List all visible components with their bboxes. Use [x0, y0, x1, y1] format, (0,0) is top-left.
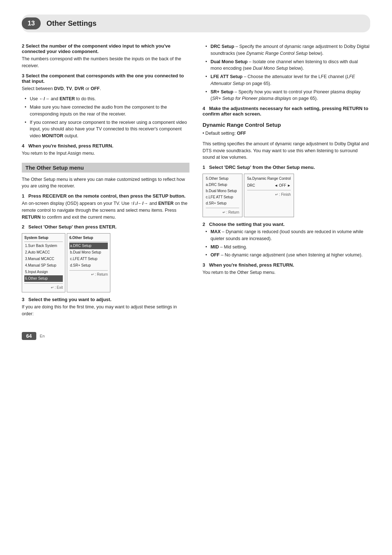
- step3-heading: 3 Select the component that corresponds …: [22, 73, 189, 84]
- bullet-sr-plus: SR+ Setup – Specify how you want to cont…: [205, 89, 370, 102]
- screen-item: 3.Manual MCACC: [24, 256, 63, 262]
- drc-screen-right-footer: ↵ : Finish: [247, 190, 291, 198]
- drc-step3-heading: 3 When you're finished, press RETURN.: [203, 262, 370, 268]
- drc-screen-right-title: 5a.Dynamic Range Control: [247, 175, 291, 182]
- drc-screen-item: d.SR+ Setup: [206, 200, 239, 206]
- screen-item-highlighted: a.DRC Setup: [69, 243, 108, 249]
- bullet-drc: DRC Setup – Specify the amount of dynami…: [205, 43, 370, 57]
- step4-text: You return to the Input Assign menu.: [22, 150, 189, 157]
- drc-step2-heading: 2 Choose the setting that you want.: [203, 222, 370, 227]
- chapter-header: 13 Other Settings: [22, 15, 370, 32]
- screen-right-title: 6.Other Setup: [69, 235, 108, 242]
- section-heading: The Other Setup menu: [22, 163, 189, 173]
- step4-right-heading: 4 Make the adjustments necessary for eac…: [203, 106, 370, 117]
- screen-left: System Setup 1.Surr Back System 2.Auto M…: [22, 233, 65, 292]
- drc-screen-item: b.Dual Mono Setup: [206, 188, 239, 194]
- drc-section-heading: Dynamic Range Control Setup: [203, 122, 370, 128]
- drc-screen-right: 5a.Dynamic Range Control DRC ◄ OFF ► ↵ :…: [244, 174, 294, 217]
- drc-screen-left-footer: ↵ : Return: [206, 208, 239, 215]
- step2-heading: 2 Select the number of the component vid…: [22, 43, 189, 54]
- step2b-heading: 2 Select 'Other Setup' then press ENTER.: [22, 224, 189, 230]
- bullet-item: Make sure you have connected the audio f…: [25, 104, 189, 118]
- main-content: 2 Select the number of the component vid…: [22, 43, 370, 321]
- page-lang: En: [40, 334, 45, 338]
- step4-heading: 4 When you're finished, press RETURN.: [22, 143, 189, 149]
- drc-step2-bullets: MAX – Dynamic range is reduced (loud sou…: [203, 228, 370, 259]
- chapter-title: Other Settings: [46, 19, 97, 28]
- drc-control-row: DRC ◄ OFF ►: [247, 182, 291, 189]
- step3-bullets: Use ←/→ and ENTER to do this. Make sure …: [22, 96, 189, 139]
- screen-left-title: System Setup: [24, 235, 63, 242]
- right-column: DRC Setup – Specify the amount of dynami…: [203, 43, 370, 321]
- screen-item: 2.Auto MCACC: [24, 249, 63, 256]
- screen-item: 1.Surr Back System: [24, 243, 63, 249]
- drc-value: ◄ OFF ►: [274, 182, 291, 189]
- screen-item: 4.Manual SP Setup: [24, 262, 63, 269]
- bullet-off: OFF – No dynamic range adjustment (use w…: [205, 252, 370, 259]
- screen-left-footer: ↵ : Exit: [24, 283, 63, 291]
- step2-text: The numbers correspond with the numbers …: [22, 56, 189, 69]
- bullet-dual-mono: Dual Mono Setup – Isolate one channel wh…: [205, 58, 370, 72]
- drc-screen-left: 5.Other Setup a.DRC Setup b.Dual Mono Se…: [203, 174, 242, 217]
- bullet-item: Use ←/→ and ENTER to do this.: [25, 96, 189, 102]
- page-footer: 64 En: [22, 332, 370, 340]
- drc-screen-item: c.LFE ATT Setup: [206, 194, 239, 200]
- step3b-heading: 3 Select the setting you want to adjust.: [22, 297, 189, 302]
- drc-step3-text: You return to the Other Setup menu.: [203, 269, 370, 276]
- screen-item: b.Dual Mono Setup: [69, 249, 108, 256]
- screen-right: 6.Other Setup a.DRC Setup b.Dual Mono Se…: [67, 233, 110, 292]
- screen-item: 5.Input Assign: [24, 269, 63, 275]
- step1-heading: 1 Press RECEIVER on the remote control, …: [22, 193, 189, 199]
- screen-item-highlighted: 6.Other Setup: [24, 275, 63, 282]
- drc-default: • Default setting: OFF: [203, 130, 370, 137]
- drc-screen-mockup: 5.Other Setup a.DRC Setup b.Dual Mono Se…: [203, 174, 370, 217]
- screen-item: d.SR+ Setup: [69, 262, 108, 269]
- right-bullets: DRC Setup – Specify the amount of dynami…: [203, 43, 370, 102]
- bullet-item: If you connect any source component to t…: [25, 119, 189, 139]
- bullet-max: MAX – Dynamic range is reduced (loud sou…: [205, 228, 370, 242]
- step3-subtext: Select between DVD, TV, DVR or OFF.: [22, 85, 189, 92]
- left-column: 2 Select the number of the component vid…: [22, 43, 189, 321]
- screen-right-footer: ↵ : Return: [69, 270, 108, 278]
- page-number: 64: [22, 332, 36, 340]
- drc-screen-item-highlighted: a.DRC Setup: [206, 182, 239, 188]
- step3b-text: If you are doing this for the first time…: [22, 304, 189, 317]
- chapter-number: 13: [22, 17, 41, 29]
- bullet-mid: MID – Mid setting.: [205, 244, 370, 251]
- drc-screen-left-title: 5.Other Setup: [206, 175, 239, 182]
- step1-text: An on-screen display (OSD) appears on yo…: [22, 200, 189, 220]
- screen-item: c.LFE ATT Setup: [69, 256, 108, 262]
- bullet-lfe-att: LFE ATT Setup – Choose the attenuator le…: [205, 73, 370, 87]
- drc-label: DRC: [247, 182, 255, 189]
- drc-step1-heading: 1 Select 'DRC Setup' from the Other Setu…: [203, 165, 370, 170]
- screen-mockup: System Setup 1.Surr Back System 2.Auto M…: [22, 233, 189, 292]
- drc-intro: This setting specifies the amount of dyn…: [203, 141, 370, 161]
- section-intro: The Other Setup menu is where you can ma…: [22, 176, 189, 190]
